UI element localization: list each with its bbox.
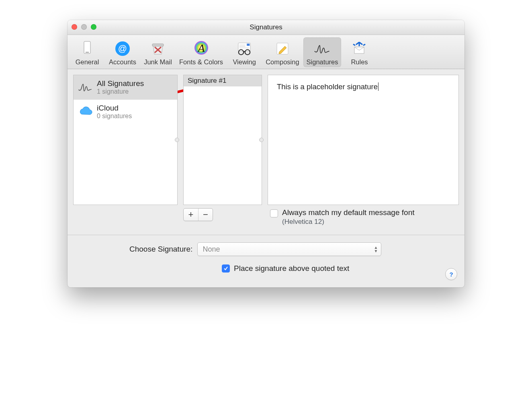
zoom-window-button[interactable] <box>91 24 96 30</box>
tab-general[interactable]: General <box>70 37 104 67</box>
tab-label: Fonts & Colors <box>179 58 223 66</box>
account-icloud[interactable]: iCloud 0 signatures <box>74 100 177 124</box>
svg-rect-0 <box>84 41 90 53</box>
signatures-icon <box>313 39 332 58</box>
choose-signature-select[interactable]: None ▲▼ <box>197 242 381 256</box>
tab-label: General <box>76 58 99 66</box>
tab-label: Rules <box>351 58 368 66</box>
window-title: Signatures <box>250 23 282 31</box>
junk-mail-icon <box>148 39 168 58</box>
tab-rules[interactable]: Rules <box>342 37 376 67</box>
account-all-signatures[interactable]: All Signatures 1 signature <box>74 75 177 100</box>
signature-name: Signature #1 <box>188 77 226 84</box>
match-default-font-checkbox[interactable] <box>270 209 278 217</box>
add-signature-button[interactable]: + <box>184 209 198 221</box>
icloud-icon <box>78 104 94 120</box>
remove-signature-button[interactable]: − <box>198 209 213 221</box>
composing-icon <box>273 39 292 58</box>
preferences-window: Signatures General @ Accounts Junk Mail <box>68 20 464 287</box>
stepper-icon: ▲▼ <box>374 246 378 253</box>
close-window-button[interactable] <box>72 24 77 30</box>
content-area: All Signatures 1 signature iCloud 0 sign… <box>68 69 464 287</box>
general-icon <box>78 39 97 58</box>
signature-content: This is a placeholder signature <box>277 82 378 91</box>
tab-accounts[interactable]: @ Accounts <box>105 37 140 67</box>
divider <box>68 235 464 235</box>
svg-rect-4 <box>152 44 164 46</box>
add-remove-signature: + − <box>183 208 213 221</box>
accounts-icon: @ <box>113 39 132 58</box>
viewing-icon <box>235 39 254 58</box>
column-resize-handle[interactable] <box>259 138 264 142</box>
signature-row[interactable]: Signature #1 <box>184 75 262 86</box>
svg-text:@: @ <box>118 43 127 53</box>
place-above-quoted-label: Place signature above quoted text <box>234 264 349 273</box>
match-default-font-option: Always match my default message font (He… <box>268 208 459 226</box>
rules-icon <box>350 39 369 58</box>
account-title: iCloud <box>97 104 132 113</box>
window-controls <box>72 24 96 30</box>
help-button[interactable]: ? <box>445 268 457 280</box>
svg-text:A: A <box>197 42 205 54</box>
choose-signature-label: Choose Signature: <box>129 245 192 254</box>
text-caret <box>378 82 381 91</box>
account-title: All Signatures <box>97 79 144 88</box>
tab-signatures[interactable]: Signatures <box>303 37 342 67</box>
tab-label: Composing <box>266 58 299 66</box>
svg-rect-8 <box>247 44 250 46</box>
fonts-colors-icon: A <box>192 39 211 58</box>
tab-junk-mail[interactable]: Junk Mail <box>141 37 175 67</box>
match-default-font-sub: (Helvetica 12) <box>282 218 414 226</box>
account-subtitle: 0 signatures <box>97 113 132 120</box>
tab-viewing[interactable]: Viewing <box>227 37 262 67</box>
tab-label: Junk Mail <box>144 58 172 66</box>
accounts-column: All Signatures 1 signature iCloud 0 sign… <box>73 75 178 205</box>
tab-fonts-colors[interactable]: A Fonts & Colors <box>176 37 226 67</box>
choose-signature-value: None <box>203 245 220 254</box>
signature-list-column: Signature #1 <box>183 75 262 205</box>
preferences-toolbar: General @ Accounts Junk Mail <box>68 35 464 69</box>
minimize-window-button[interactable] <box>81 24 87 30</box>
tab-label: Viewing <box>233 58 256 66</box>
titlebar[interactable]: Signatures <box>68 20 464 35</box>
svg-rect-1 <box>86 52 89 53</box>
tab-composing[interactable]: Composing <box>262 37 302 67</box>
tab-label: Accounts <box>109 58 136 66</box>
account-subtitle: 1 signature <box>97 88 144 95</box>
place-above-quoted-checkbox[interactable] <box>222 264 230 273</box>
signature-icon <box>78 79 94 95</box>
match-default-font-label: Always match my default message font <box>282 208 414 217</box>
signature-editor[interactable]: This is a placeholder signature <box>268 75 459 205</box>
tab-label: Signatures <box>307 58 338 66</box>
column-resize-handle[interactable] <box>175 138 179 142</box>
